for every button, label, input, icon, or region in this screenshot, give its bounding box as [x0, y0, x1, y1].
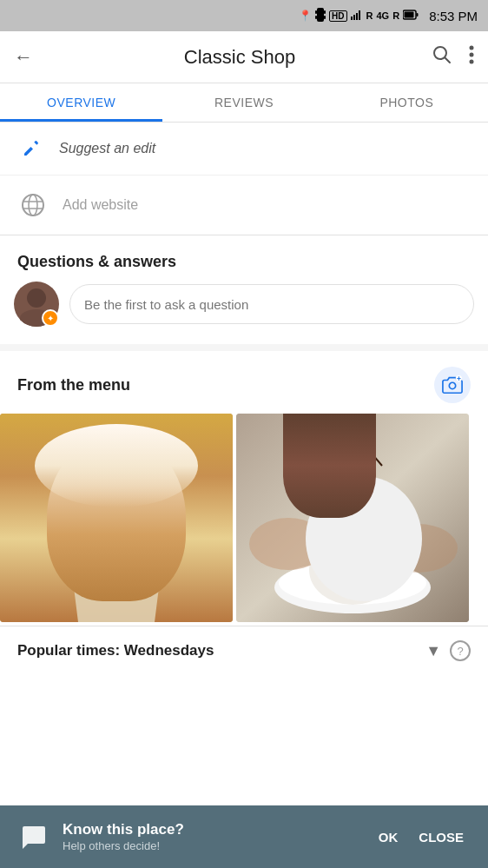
popular-times-row[interactable]: Popular times: Wednesdays ▼ ?: [0, 626, 488, 675]
svg-rect-38: [236, 414, 469, 622]
avatar-badge: ✦: [42, 309, 59, 327]
svg-rect-3: [315, 16, 317, 19]
suggest-edit-row[interactable]: Suggest an edit: [0, 123, 488, 176]
vibrate-icon: [315, 8, 326, 24]
svg-rect-2: [324, 10, 326, 14]
r2-icon: R: [392, 10, 399, 21]
back-button[interactable]: ←: [14, 46, 33, 69]
svg-rect-10: [417, 13, 419, 17]
svg-rect-6: [353, 15, 355, 20]
4g-icon: 4G: [376, 10, 389, 21]
suggest-edit-label: Suggest an edit: [59, 141, 155, 156]
svg-rect-37: [135, 528, 142, 533]
svg-rect-11: [405, 11, 414, 17]
svg-point-49: [379, 524, 458, 573]
avatar: ✦: [14, 282, 59, 327]
more-options-button[interactable]: [469, 45, 474, 70]
menu-section-title: From the menu: [17, 376, 130, 394]
add-website-label: Add website: [63, 197, 138, 213]
svg-rect-4: [324, 16, 326, 19]
menu-section-header: From the menu +: [0, 351, 488, 414]
svg-rect-0: [317, 8, 324, 22]
svg-point-26: [69, 518, 164, 587]
svg-point-41: [309, 535, 396, 605]
svg-rect-35: [101, 529, 107, 536]
svg-rect-30: [94, 512, 101, 518]
chevron-down-icon: ▼: [425, 642, 441, 660]
signal-icon: [351, 10, 363, 23]
network-icon: R: [366, 10, 373, 21]
svg-point-14: [470, 45, 474, 50]
svg-rect-8: [359, 10, 360, 20]
svg-rect-42: [330, 431, 375, 544]
menu-photo-2[interactable]: [236, 414, 469, 622]
globe-icon: [17, 189, 49, 221]
svg-text:+: +: [457, 374, 461, 383]
tab-overview[interactable]: OVERVIEW: [0, 83, 162, 122]
badge-star-icon: ✦: [47, 314, 54, 323]
hd-icon: HD: [329, 10, 346, 22]
banner-text: Know this place? Help others decide!: [63, 821, 368, 852]
banner-subtitle: Help others decide!: [63, 839, 368, 852]
svg-rect-33: [104, 520, 111, 527]
chat-icon: [17, 821, 49, 852]
menu-photo-grid: [0, 414, 488, 626]
svg-rect-1: [315, 10, 317, 14]
svg-rect-7: [356, 13, 358, 20]
menu-photo-1[interactable]: [0, 414, 233, 622]
section-divider: [0, 344, 488, 351]
know-this-place-banner: Know this place? Help others decide! OK …: [0, 805, 488, 868]
popular-times-label: Popular times: Wednesdays: [17, 642, 425, 659]
svg-point-18: [29, 195, 37, 215]
search-button[interactable]: [432, 45, 452, 70]
svg-rect-45: [361, 436, 367, 442]
svg-point-29: [115, 494, 163, 539]
svg-point-48: [249, 518, 327, 570]
svg-rect-32: [124, 509, 130, 516]
status-bar: 📍 HD R 4G R 8:53 PM: [0, 0, 488, 31]
svg-rect-43: [340, 434, 347, 440]
tab-bar: OVERVIEW REVIEWS PHOTOS: [0, 83, 488, 123]
edit-icon: [17, 135, 45, 162]
svg-rect-47: [358, 442, 364, 446]
add-website-row[interactable]: Add website: [0, 176, 488, 235]
svg-line-13: [445, 57, 451, 63]
svg-point-15: [470, 52, 474, 56]
qa-container: ✦: [0, 282, 488, 344]
tab-photos[interactable]: PHOTOS: [326, 83, 488, 122]
svg-rect-36: [120, 525, 127, 531]
svg-point-28: [69, 494, 122, 542]
status-icons: 📍 HD R 4G R: [299, 8, 419, 24]
banner-close-button[interactable]: CLOSE: [408, 823, 474, 851]
help-icon[interactable]: ?: [450, 640, 471, 661]
svg-point-21: [449, 382, 455, 388]
svg-rect-31: [109, 507, 116, 512]
svg-rect-5: [351, 17, 353, 20]
ask-question-input[interactable]: [69, 284, 474, 324]
svg-point-16: [470, 59, 474, 63]
tab-reviews[interactable]: REVIEWS: [162, 83, 325, 122]
location-icon: 📍: [299, 10, 312, 22]
banner-title: Know this place?: [63, 821, 368, 838]
nav-action-icons: [432, 45, 474, 70]
svg-rect-34: [130, 517, 137, 520]
banner-ok-button[interactable]: OK: [368, 823, 409, 851]
add-photo-button[interactable]: +: [434, 367, 471, 403]
status-time: 8:53 PM: [429, 9, 478, 23]
svg-point-17: [23, 195, 43, 215]
battery-icon: [403, 10, 419, 23]
page-title: Classic Shop: [47, 46, 432, 69]
qa-section-header: Questions & answers: [0, 235, 488, 282]
svg-rect-25: [0, 414, 233, 622]
svg-point-27: [75, 494, 158, 560]
svg-rect-46: [344, 442, 350, 448]
svg-rect-44: [350, 432, 357, 436]
top-navigation: ← Classic Shop: [0, 31, 488, 83]
